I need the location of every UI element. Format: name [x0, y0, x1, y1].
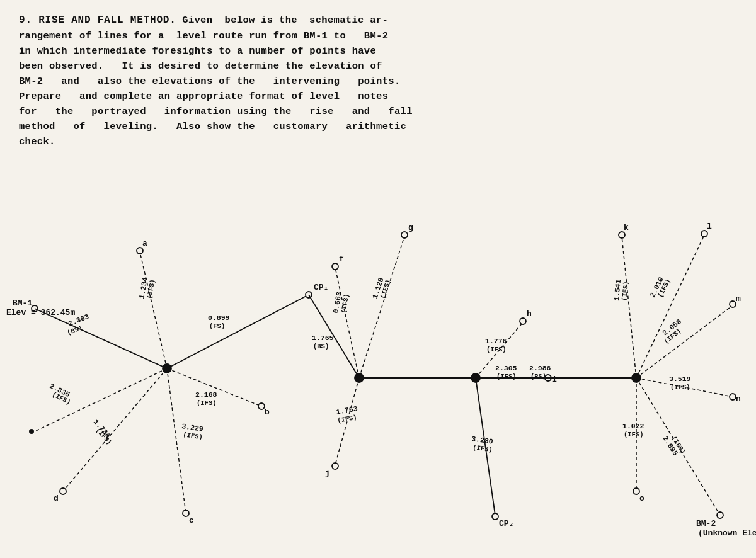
edge-hub2-f: [335, 268, 359, 378]
edgesub-hub4-o: (IFS): [624, 431, 644, 438]
node-CP2: [492, 513, 498, 520]
label-n: n: [736, 394, 741, 404]
problem-title: 9. RISE AND FALL METHOD.: [19, 14, 176, 26]
edgelabel-CP1-hub2: 1.765: [312, 334, 334, 342]
edgesub-hub1-CP1: (FS): [209, 322, 225, 330]
label-l: l: [707, 222, 712, 231]
edgelabel-hub3-i: 2.305: [495, 364, 517, 372]
label-CP1: CP₁: [314, 283, 328, 292]
label-o: o: [639, 494, 644, 503]
node-k: [619, 232, 625, 238]
node-o: [633, 488, 639, 494]
edge-hub2-g: [359, 236, 404, 378]
label-d: d: [54, 494, 59, 503]
edgelabel-hub1-b: 2.168: [195, 390, 217, 399]
label-j: j: [325, 469, 330, 478]
node-f: [332, 263, 338, 270]
label-c: c: [189, 516, 194, 525]
page: 9. RISE AND FALL METHOD. Given below is …: [0, 0, 756, 558]
edge-hub1-c: [167, 368, 186, 513]
label-a: a: [142, 239, 147, 248]
sublabel-BM2: (Unknown Elev): [698, 528, 756, 538]
edgelabel-hub3-hub4: 2.986: [529, 364, 551, 372]
node-j: [332, 463, 338, 469]
label-BM1: BM-1: [13, 299, 32, 308]
edge-hub1-d: [63, 368, 167, 491]
edgesub-CP1-hub2: (BS): [313, 343, 329, 350]
edgesub-hub3-hub4: (BS): [530, 373, 546, 380]
dot-node: [29, 429, 34, 434]
problem-text: 9. RISE AND FALL METHOD. Given below is …: [19, 13, 737, 149]
edgesub-hub3-h: (IFS): [486, 346, 507, 353]
node-h: [520, 318, 526, 324]
edgelabel-hub1-CP1: 0.899: [208, 314, 230, 322]
node-b: [258, 403, 265, 409]
edge-hub4-l: [636, 235, 704, 378]
edge-BM1-hub1: [35, 309, 167, 368]
label-b: b: [265, 407, 270, 417]
edge-hub4-m: [636, 305, 733, 378]
node-c: [183, 510, 189, 516]
edgesub-hub4-n: (IFS): [670, 384, 690, 391]
node-d: [60, 488, 66, 494]
edgelabel-hub4-o: 1.022: [622, 422, 644, 430]
problem-body: Given below is the schematic ar- rangeme…: [19, 14, 413, 147]
label-CP2: CP₂: [499, 519, 513, 528]
node-g: [401, 232, 408, 238]
label-m: m: [736, 294, 741, 304]
label-g: g: [408, 223, 413, 232]
edgesub-hub3-i: (IFS): [496, 373, 517, 380]
edge-hub4-k: [622, 236, 636, 378]
schematic-diagram: BM-1 Elev = 362.45m 2.363 (BS) a 1.234 (…: [0, 183, 756, 558]
node-l: [701, 231, 707, 237]
edgelabel-hub4-n: 3.519: [669, 375, 691, 383]
edge-hub1-a: [140, 252, 167, 368]
edgelabel-hub3-h: 1.776: [485, 337, 507, 345]
label-f: f: [339, 254, 344, 264]
node-n: [730, 394, 736, 400]
label-i: i: [552, 375, 557, 384]
node-m: [730, 301, 736, 307]
diagram-area: BM-1 Elev = 362.45m 2.363 (BS) a 1.234 (…: [0, 183, 756, 558]
label-BM2: BM-2: [696, 519, 716, 528]
edgesub-hub1-b: (IFS): [197, 399, 217, 407]
edge-hub1-CP1: [167, 295, 309, 368]
sublabel-BM1: Elev = 362.45m: [6, 308, 75, 317]
label-k: k: [624, 223, 629, 232]
label-h: h: [527, 309, 532, 319]
node-BM2: [717, 512, 723, 518]
node-a: [137, 248, 143, 254]
